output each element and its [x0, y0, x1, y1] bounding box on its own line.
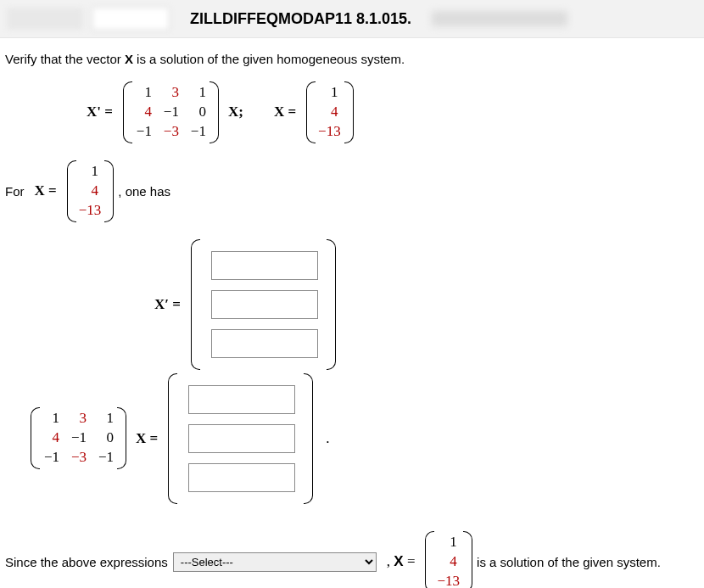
b32: −3: [70, 448, 87, 468]
cx3: −13: [437, 572, 460, 589]
a32: −3: [162, 122, 179, 142]
prompt-pre: Verify that the vector: [5, 52, 125, 66]
conclusion-post: is a solution of the given system.: [477, 555, 661, 569]
matrix-a-2: 1 3 1 4 −1 0 −1 −3 −1: [31, 407, 126, 469]
prompt-x: X: [125, 52, 133, 66]
xprime-label: X' =: [81, 104, 118, 120]
x1: 1: [321, 83, 338, 103]
tab-placeholder: [7, 8, 83, 30]
xprime-input-2[interactable]: [211, 290, 318, 319]
xprime-input-1[interactable]: [211, 251, 318, 280]
for-x-label: X =: [30, 182, 62, 199]
xprime-equals-block: X′ =: [149, 239, 699, 370]
ax-input-2[interactable]: [188, 424, 295, 453]
question-prompt: Verify that the vector X is a solution o…: [5, 52, 699, 66]
conclusion-pre: Since the above expressions: [5, 555, 168, 569]
conclusion-mid: , X =: [382, 553, 421, 570]
x3: −13: [318, 122, 341, 142]
b12: 3: [70, 409, 87, 428]
b21: 4: [42, 428, 59, 448]
xprime-vector-inputs: [191, 239, 338, 370]
cx2: 4: [440, 552, 457, 572]
matrix-a: 1 3 1 4 −1 0 −1 −3 −1: [123, 81, 218, 143]
vector-x-for: 1 4 −13: [67, 160, 114, 222]
ax-vector-inputs: [168, 373, 316, 504]
conclusion-line: Since the above expressions ---Select---…: [5, 531, 699, 588]
cx1: 1: [440, 533, 457, 552]
b11: 1: [42, 409, 59, 428]
b22: −1: [70, 428, 87, 448]
fx1: 1: [81, 162, 98, 182]
tab-details[interactable]: [92, 7, 170, 31]
source-id: ZILLDIFFEQMODAP11 8.1.015.: [178, 10, 411, 28]
x2: 4: [321, 103, 338, 122]
x-semicolon: X;: [223, 104, 249, 120]
x-eq-label: X =: [269, 104, 301, 120]
ax-equals-block: 1 3 1 4 −1 0 −1 −3 −1 X =: [31, 373, 699, 504]
ax-input-3[interactable]: [188, 463, 295, 492]
one-has: , one has: [118, 184, 170, 199]
conclusion-select[interactable]: ---Select---: [173, 552, 377, 572]
a21: 4: [135, 103, 152, 122]
for-pre: For: [5, 184, 25, 199]
submissions-blur: [432, 11, 567, 26]
b13: 1: [97, 409, 114, 428]
b23: 0: [97, 428, 114, 448]
xprime-eq-label: X′ =: [149, 296, 186, 313]
system-definition: X' = 1 3 1 4 −1 0 −1 −3 −1: [81, 81, 699, 143]
a33: −1: [189, 122, 206, 142]
top-bar: ZILLDIFFEQMODAP11 8.1.015.: [0, 0, 704, 38]
b31: −1: [42, 448, 59, 468]
a12: 3: [162, 83, 179, 103]
ax-input-1[interactable]: [188, 385, 295, 414]
a23: 0: [189, 103, 206, 122]
ax-x-eq: X =: [131, 430, 163, 447]
fx2: 4: [81, 182, 98, 201]
b33: −1: [97, 448, 114, 468]
xprime-input-3[interactable]: [211, 329, 318, 358]
question-body: Verify that the vector X is a solution o…: [0, 38, 704, 588]
a11: 1: [135, 83, 152, 103]
for-x-line: For X = 1 4 −13 , one has: [5, 160, 699, 222]
fx3: −13: [79, 201, 102, 221]
a31: −1: [135, 122, 152, 142]
prompt-post: is a solution of the given homogeneous s…: [133, 52, 405, 66]
ax-period: .: [321, 430, 334, 447]
a13: 1: [189, 83, 206, 103]
vector-x-conclusion: 1 4 −13: [425, 531, 472, 588]
a22: −1: [162, 103, 179, 122]
vector-x-def: 1 4 −13: [306, 81, 353, 143]
